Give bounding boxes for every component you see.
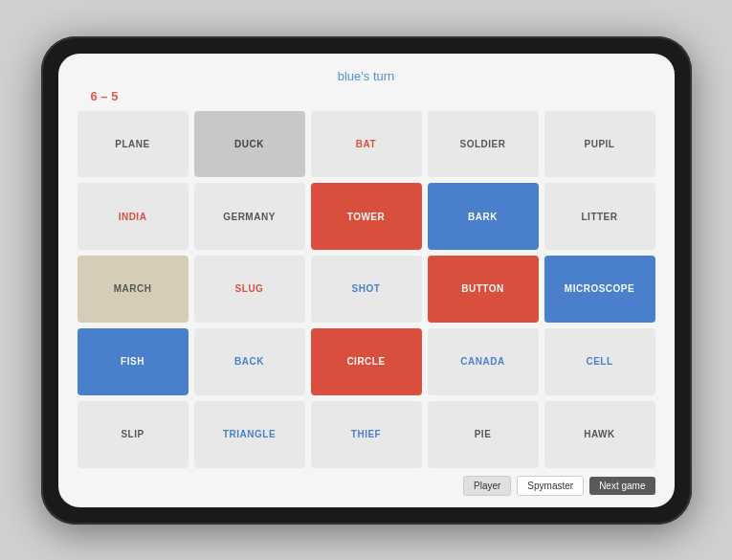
card-plane[interactable]: PLANE	[78, 111, 189, 178]
card-duck[interactable]: DUCK	[194, 111, 305, 178]
card-button[interactable]: BUTTON	[428, 256, 539, 323]
card-back[interactable]: BACK	[194, 328, 305, 395]
card-microscope[interactable]: MICROSCOPE	[544, 256, 655, 323]
card-slip[interactable]: SLIP	[78, 401, 189, 468]
next-game-button[interactable]: Next game	[589, 477, 654, 495]
spymaster-button[interactable]: Spymaster	[517, 476, 584, 496]
card-hawk[interactable]: HAWK	[544, 401, 655, 468]
card-shot[interactable]: SHOT	[311, 256, 422, 323]
screen: blue's turn 6 – 5 PLANEDUCKBATSOLDIERPUP…	[58, 54, 675, 507]
footer: Player Spymaster Next game	[463, 476, 655, 496]
card-india[interactable]: INDIA	[78, 183, 189, 250]
card-litter[interactable]: LITTER	[544, 183, 655, 250]
card-bat[interactable]: BAT	[311, 111, 422, 178]
card-soldier[interactable]: SOLDIER	[428, 111, 539, 178]
card-canada[interactable]: CANADA	[428, 328, 539, 395]
card-tower[interactable]: TOWER	[311, 183, 422, 250]
card-circle[interactable]: CIRCLE	[311, 328, 422, 395]
card-bark[interactable]: BARK	[428, 183, 539, 250]
score-label: 6 – 5	[91, 89, 119, 103]
card-germany[interactable]: GERMANY	[194, 183, 305, 250]
card-cell[interactable]: CELL	[544, 328, 655, 395]
tablet-device: blue's turn 6 – 5 PLANEDUCKBATSOLDIERPUP…	[41, 36, 692, 525]
card-march[interactable]: MARCH	[78, 256, 189, 323]
card-triangle[interactable]: TRIANGLE	[194, 401, 305, 468]
card-pie[interactable]: PIE	[428, 401, 539, 468]
word-grid: PLANEDUCKBATSOLDIERPUPILINDIAGERMANYTOWE…	[78, 111, 655, 468]
turn-label: blue's turn	[338, 69, 395, 83]
card-fish[interactable]: FISH	[78, 328, 189, 395]
player-button[interactable]: Player	[463, 476, 511, 496]
card-thief[interactable]: THIEF	[311, 401, 422, 468]
card-pupil[interactable]: PUPIL	[544, 111, 655, 178]
card-slug[interactable]: SLUG	[194, 256, 305, 323]
